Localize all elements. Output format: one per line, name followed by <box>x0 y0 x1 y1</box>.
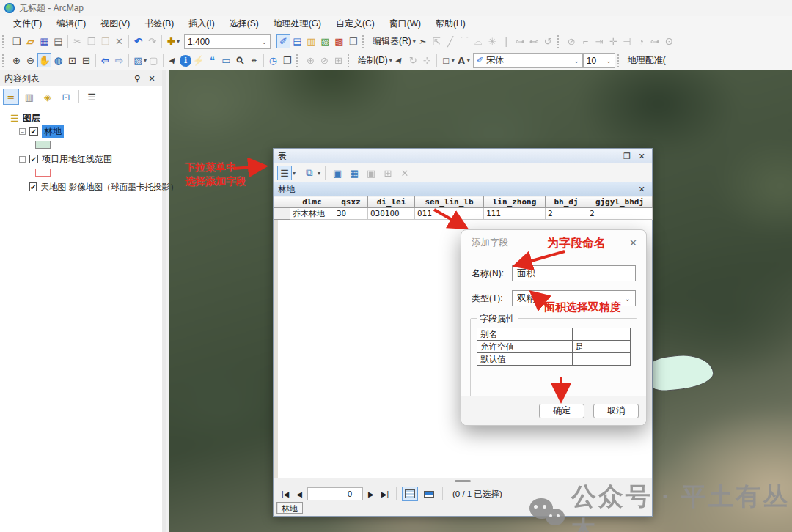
property-row-nullable[interactable]: 允许空值 是 <box>477 341 631 353</box>
font-combo[interactable]: ✐ 宋体 ⌄ <box>473 53 583 68</box>
layer-checkbox[interactable]: ✔ <box>29 127 38 136</box>
column-header[interactable]: sen_lin_lb <box>415 196 484 208</box>
edit-annotation-icon[interactable]: ⇱ <box>430 34 444 48</box>
ok-button[interactable]: 确定 <box>539 404 584 418</box>
select-by-attributes-icon[interactable]: ▣ <box>330 166 345 180</box>
property-value[interactable] <box>572 353 630 366</box>
toc-window-icon[interactable]: ▤ <box>290 34 304 48</box>
point-tool-icon[interactable]: ✳ <box>485 34 499 48</box>
time-slider-icon[interactable]: ◷ <box>266 53 280 67</box>
layer-row-forest[interactable]: – ✔ 林地 <box>3 125 162 138</box>
toolbar-grip[interactable] <box>617 54 622 67</box>
table-tab-forest[interactable]: 林地 <box>276 502 303 514</box>
property-value[interactable] <box>572 328 630 341</box>
back-extent-icon[interactable]: ⇦ <box>98 53 112 67</box>
layout-tool-icon-3[interactable]: ⊞ <box>331 53 345 67</box>
cell-lin-zhong[interactable]: 111 <box>484 208 546 220</box>
trace-tool-icon[interactable]: ⌓ <box>472 34 485 48</box>
layer-group-label[interactable]: 图层 <box>23 112 40 125</box>
advanced-edit-icon-4[interactable]: ✛ <box>606 34 620 48</box>
advanced-edit-icon-2[interactable]: ⌐ <box>579 34 593 48</box>
delete-icon[interactable]: ✕ <box>112 34 126 48</box>
identify-icon[interactable]: ℹ <box>180 55 191 67</box>
collapse-icon[interactable]: – <box>19 156 26 163</box>
record-number-input[interactable]: 0 <box>307 487 363 500</box>
layout-tool-icon-2[interactable]: ⊘ <box>318 53 331 67</box>
close-icon[interactable]: ✕ <box>629 237 637 248</box>
show-all-records-button[interactable] <box>402 487 418 501</box>
list-by-visibility-icon[interactable]: ◈ <box>40 89 56 105</box>
show-selected-records-button[interactable] <box>421 487 437 501</box>
forest-symbol-row[interactable] <box>3 138 162 151</box>
advanced-edit-icon-8[interactable]: ʘ <box>662 34 676 48</box>
toolbar-grip[interactable] <box>348 54 352 67</box>
switch-selection-icon[interactable]: ▦ <box>347 166 362 180</box>
redline-symbol-row[interactable] <box>3 166 162 179</box>
search-window-icon[interactable]: ▧ <box>318 34 332 48</box>
toolbar-grip[interactable] <box>296 54 301 67</box>
menu-view[interactable]: 视图(V) <box>93 16 137 32</box>
arctoolbox-icon[interactable]: ▩ <box>332 34 346 48</box>
property-row-alias[interactable]: 别名 <box>477 328 631 341</box>
map-scale-combo[interactable]: 1:400 ⌄ <box>184 34 271 49</box>
cell-qsxz[interactable]: 30 <box>334 208 368 220</box>
pin-icon[interactable]: ⚲ <box>131 73 143 84</box>
close-icon[interactable]: ✕ <box>636 151 648 161</box>
last-record-button[interactable]: ▶| <box>379 489 391 500</box>
cell-gjgyl-bhdj[interactable]: 2 <box>587 208 653 220</box>
layer-row-basemap[interactable]: ✔ 天地图-影像地图（球面墨卡托投影） <box>3 180 162 193</box>
menu-windows[interactable]: 窗口(W) <box>382 16 428 32</box>
column-header[interactable]: di_lei <box>368 196 415 208</box>
fixed-zoom-out-icon[interactable]: ⊟ <box>79 53 93 67</box>
table-options-icon[interactable]: ☰ <box>277 166 292 180</box>
fixed-zoom-in-icon[interactable]: ⊡ <box>65 53 79 67</box>
full-extent-icon[interactable]: ◍ <box>51 53 65 67</box>
open-folder-icon[interactable]: ▱ <box>23 34 37 48</box>
editor-menu-button[interactable]: 编辑器(R) <box>370 35 414 48</box>
hyperlink-icon[interactable]: ⚡ <box>191 53 205 67</box>
related-tables-icon[interactable]: ⧉ <box>302 166 317 180</box>
list-by-drawing-order-icon[interactable]: ≣ <box>3 89 19 105</box>
table-window-titlebar[interactable]: 表 ❒ ✕ <box>274 149 652 163</box>
maximize-icon[interactable]: ❒ <box>621 151 633 161</box>
table-options-dropdown-icon[interactable]: ▾ <box>293 170 296 177</box>
paste-icon[interactable]: ❒ <box>98 34 112 48</box>
undo-icon[interactable]: ↶ <box>131 34 145 48</box>
draw-snap-icon[interactable]: ⊹ <box>420 53 434 67</box>
layout-tool-icon-1[interactable]: ⊕ <box>304 53 318 67</box>
first-record-button[interactable]: |◀ <box>279 489 291 500</box>
save-icon[interactable]: ▦ <box>37 34 51 48</box>
zoom-to-selected-icon[interactable]: ⊞ <box>381 166 395 180</box>
column-header[interactable]: dlmc <box>290 196 334 208</box>
advanced-edit-icon-7[interactable]: ⊶ <box>648 34 662 48</box>
cut-polygons-icon[interactable]: ⊷ <box>527 34 541 48</box>
menu-geoprocessing[interactable]: 地理处理(G) <box>266 16 329 32</box>
layer-checkbox[interactable]: ✔ <box>29 182 37 191</box>
advanced-edit-icon-5[interactable]: ⊣ <box>620 34 634 48</box>
clear-selection-icon[interactable]: ▣ <box>364 166 378 180</box>
reshape-feature-icon[interactable]: ⊶ <box>513 34 527 48</box>
row-selector-cell[interactable] <box>274 208 290 220</box>
layer-group-row[interactable]: ☰ 图层 <box>3 111 162 125</box>
layer-label-redline[interactable]: 项目用地红线范围 <box>42 153 112 166</box>
edit-arrow-icon[interactable]: ➣ <box>416 34 430 48</box>
table-row[interactable]: 乔木林地 30 030100 011 111 2 2 <box>274 208 653 220</box>
cell-di-lei[interactable]: 030100 <box>368 208 415 220</box>
advanced-edit-icon-1[interactable]: ⊘ <box>565 34 579 48</box>
layer-label-basemap[interactable]: 天地图-影像地图（球面墨卡托投影） <box>40 182 178 193</box>
copy-icon[interactable]: ❐ <box>84 34 98 48</box>
column-header[interactable]: bh_dj <box>546 196 587 208</box>
menu-file[interactable]: 文件(F) <box>6 16 49 32</box>
model-builder-icon[interactable]: ❒ <box>346 34 360 48</box>
delete-selected-icon[interactable]: ✕ <box>397 166 412 180</box>
column-header[interactable]: qsxz <box>334 196 368 208</box>
viewer-window-icon[interactable]: ❐ <box>280 53 294 67</box>
straight-segment-icon[interactable]: ╱ <box>444 34 458 48</box>
font-size-combo[interactable]: 10 ⌄ <box>583 53 615 68</box>
splitter-handle-icon[interactable] <box>455 480 471 482</box>
field-name-input[interactable]: 面积 <box>512 265 636 281</box>
toolbar-grip[interactable] <box>557 35 562 48</box>
draw-menu-button[interactable]: 绘制(D) <box>355 54 391 67</box>
menu-selection[interactable]: 选择(S) <box>222 16 266 32</box>
rotate-tool-icon[interactable]: ↺ <box>541 34 555 48</box>
